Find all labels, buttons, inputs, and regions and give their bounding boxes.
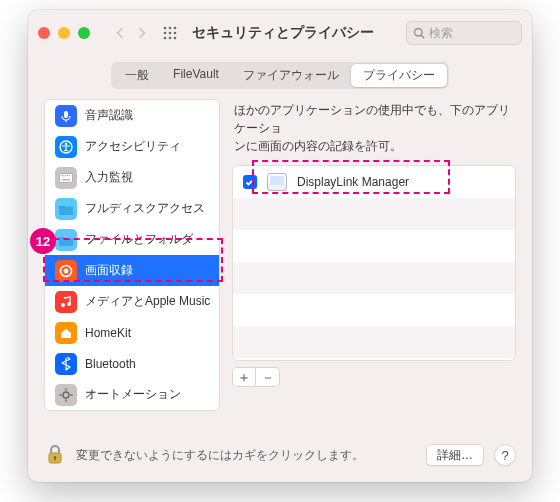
svg-point-26 [63, 392, 69, 398]
close-icon[interactable] [38, 27, 50, 39]
bluetooth-icon [55, 353, 77, 375]
app-row-empty [233, 262, 515, 294]
add-remove-buttons: ＋ － [232, 367, 516, 387]
add-button[interactable]: ＋ [232, 367, 256, 387]
sidebar-item-label: フルディスクアクセス [85, 200, 205, 217]
sidebar-item-label: 画面収録 [85, 262, 133, 279]
svg-rect-16 [61, 175, 62, 176]
monitor-icon [267, 173, 287, 191]
sidebar-item-label: HomeKit [85, 326, 131, 340]
lock-button[interactable] [44, 444, 66, 466]
app-row-empty [233, 198, 515, 230]
svg-point-23 [64, 268, 69, 273]
home-icon [55, 322, 77, 344]
app-row-empty [233, 326, 515, 358]
sidebar-item-label: ファイルとフォルダ [85, 231, 193, 248]
back-button[interactable] [110, 23, 130, 43]
lock-icon [46, 445, 64, 465]
sidebar-item-homekit[interactable]: HomeKit [45, 317, 219, 348]
help-button[interactable]: ? [494, 444, 516, 466]
svg-point-4 [169, 32, 172, 35]
microphone-icon [55, 105, 77, 127]
svg-point-0 [164, 27, 167, 30]
app-name: DisplayLink Manager [297, 175, 409, 189]
sidebar-item-input-monitoring[interactable]: 入力監視 [45, 162, 219, 193]
svg-rect-20 [69, 175, 70, 176]
svg-point-6 [164, 37, 167, 40]
minimize-icon[interactable] [58, 27, 70, 39]
search-field[interactable] [406, 21, 522, 45]
show-all-button[interactable] [160, 23, 180, 43]
app-list[interactable]: DisplayLink Manager [232, 165, 516, 361]
folder-icon [55, 198, 77, 220]
details-button[interactable]: 詳細… [426, 444, 484, 466]
search-input[interactable] [429, 26, 515, 40]
remove-button[interactable]: － [256, 367, 280, 387]
app-row[interactable]: DisplayLink Manager [233, 166, 515, 198]
app-row-empty [233, 230, 515, 262]
svg-point-14 [65, 142, 68, 145]
gear-icon [55, 384, 77, 406]
svg-rect-33 [54, 458, 55, 461]
window-title: セキュリティとプライバシー [192, 24, 374, 42]
sidebar-item-bluetooth[interactable]: Bluetooth [45, 348, 219, 379]
sidebar-item-media[interactable]: メディアとApple Music [45, 286, 219, 317]
desc-line: ほかのアプリケーションの使用中でも、下のアプリケーショ [234, 103, 510, 135]
tab-general[interactable]: 一般 [113, 64, 161, 87]
description: ほかのアプリケーションの使用中でも、下のアプリケーショ ンに画面の内容の記録を許… [232, 99, 516, 165]
nav-buttons [110, 23, 152, 43]
record-icon [55, 260, 77, 282]
svg-point-1 [169, 27, 172, 30]
svg-rect-15 [60, 173, 73, 182]
checkbox-checked[interactable] [243, 175, 257, 189]
sidebar-item-label: 入力監視 [85, 169, 133, 186]
sidebar-item-label: Bluetooth [85, 357, 136, 371]
svg-point-8 [174, 37, 177, 40]
accessibility-icon [55, 136, 77, 158]
svg-point-9 [415, 29, 423, 37]
music-icon [55, 291, 77, 313]
desc-line: ンに画面の内容の記録を許可。 [234, 139, 402, 153]
zoom-icon[interactable] [78, 27, 90, 39]
check-icon [245, 177, 255, 187]
svg-point-2 [174, 27, 177, 30]
footer: 変更できないようにするにはカギをクリックします。 詳細… ? [28, 428, 532, 482]
svg-point-24 [61, 303, 65, 307]
grid-icon [163, 26, 177, 40]
svg-rect-18 [65, 175, 66, 176]
sidebar-item-screen-recording[interactable]: 画面収録 [45, 255, 219, 286]
content-pane: ほかのアプリケーションの使用中でも、下のアプリケーショ ンに画面の内容の記録を許… [232, 99, 516, 411]
sidebar-item-label: オートメーション [85, 386, 181, 403]
svg-point-7 [169, 37, 172, 40]
forward-button[interactable] [132, 23, 152, 43]
sidebar-item-full-disk[interactable]: フルディスクアクセス [45, 193, 219, 224]
sidebar-item-files-folders[interactable]: ファイルとフォルダ [45, 224, 219, 255]
lock-text: 変更できないようにするにはカギをクリックします。 [76, 447, 416, 464]
svg-point-25 [67, 302, 71, 306]
sidebar-item-automation[interactable]: オートメーション [45, 379, 219, 410]
tab-privacy[interactable]: プライバシー [351, 64, 447, 87]
window-controls [38, 27, 90, 39]
svg-point-3 [164, 32, 167, 35]
svg-rect-19 [67, 175, 68, 176]
svg-line-10 [421, 35, 424, 38]
tab-filevault[interactable]: FileVault [161, 64, 231, 87]
svg-rect-11 [64, 111, 68, 118]
sidebar-item-label: アクセシビリティ [85, 138, 181, 155]
sidebar-item-accessibility[interactable]: アクセシビリティ [45, 131, 219, 162]
tab-firewall[interactable]: ファイアウォール [231, 64, 351, 87]
privacy-sidebar[interactable]: 音声認識 アクセシビリティ 入力監視 フルディスクアクセス [44, 99, 220, 411]
keyboard-icon [55, 167, 77, 189]
chevron-right-icon [138, 26, 146, 40]
tabs: 一般 FileVault ファイアウォール プライバシー [28, 56, 532, 99]
app-row-empty [233, 294, 515, 326]
folder-icon [55, 229, 77, 251]
preferences-window: セキュリティとプライバシー 一般 FileVault ファイアウォール プライバ… [28, 10, 532, 482]
annotation-step-badge: 12 [30, 228, 56, 254]
search-icon [413, 27, 425, 39]
svg-point-5 [174, 32, 177, 35]
sidebar-item-speech[interactable]: 音声認識 [45, 100, 219, 131]
sidebar-item-label: メディアとApple Music [85, 293, 210, 310]
titlebar: セキュリティとプライバシー [28, 10, 532, 56]
svg-rect-17 [63, 175, 64, 176]
